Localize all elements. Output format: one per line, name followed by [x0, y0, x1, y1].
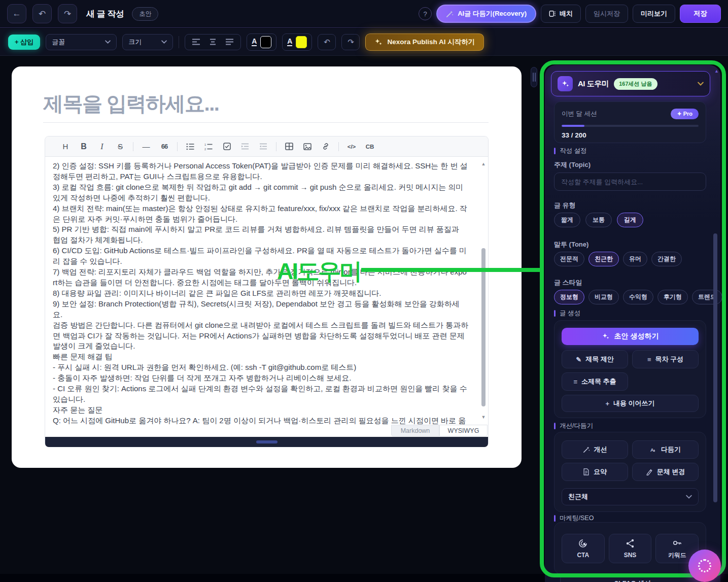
strikethrough-icon[interactable]: S: [111, 140, 129, 153]
faq-section-button[interactable]: ?! FAQ 섹션: [560, 574, 705, 582]
redo-icon: ↷: [64, 9, 71, 19]
post-title-input[interactable]: 제목을 입력하세요...: [43, 90, 219, 118]
pen-icon: [646, 468, 653, 475]
temp-save-button[interactable]: 임시저장: [585, 5, 628, 23]
sparkles-icon: [602, 332, 610, 340]
generate-draft-button[interactable]: 초안 생성하기: [562, 328, 699, 345]
svg-text:2: 2: [204, 147, 206, 150]
markdown-mode-button[interactable]: Markdown: [391, 425, 439, 436]
floating-action-button[interactable]: [688, 550, 721, 582]
highlight-color-swatch: [296, 36, 307, 48]
redo-button[interactable]: ↷: [58, 4, 77, 23]
checkbox-icon[interactable]: [218, 140, 236, 153]
session-progress-fill: [562, 125, 584, 127]
length-option-long[interactable]: 길게: [617, 213, 643, 227]
code-icon[interactable]: </>: [342, 140, 361, 153]
length-option-normal[interactable]: 보통: [585, 213, 612, 227]
generate-draft-label: 초안 생성하기: [614, 332, 659, 341]
ai-refine-label: AI글 다듬기(Recovery): [458, 9, 527, 18]
wysiwyg-mode-button[interactable]: WYSIWYG: [439, 425, 488, 436]
horizontal-rule-icon[interactable]: —: [137, 140, 155, 153]
length-option-short[interactable]: 짧게: [554, 213, 580, 227]
panel-drag-handle[interactable]: [531, 67, 537, 87]
scroll-up-icon[interactable]: ▲: [480, 159, 487, 169]
title-divider: [43, 122, 489, 123]
align-left-icon[interactable]: [192, 39, 200, 45]
table-icon[interactable]: [280, 140, 298, 153]
style-option-comparison[interactable]: 비교형: [588, 290, 619, 304]
tone-option-humor[interactable]: 유머: [623, 252, 647, 266]
text-color-picker[interactable]: A: [247, 33, 276, 51]
tone-option-concise[interactable]: 간결한: [651, 252, 682, 266]
save-button[interactable]: 저장: [680, 5, 721, 23]
editor-scrollbar[interactable]: ▲ ▼: [479, 158, 488, 424]
bullet-list-icon[interactable]: [181, 140, 199, 153]
editor-paragraph: 9) 보안 설정: Branch Protection(병합 규칙), Secr…: [53, 299, 469, 320]
help-button[interactable]: ?: [419, 7, 432, 20]
toc-button[interactable]: ≡ 목차 구성: [632, 350, 699, 368]
italic-icon[interactable]: I: [93, 140, 111, 153]
redo-format-button[interactable]: ↷: [341, 34, 360, 50]
refine-button[interactable]: A 다듬기: [632, 440, 699, 459]
editor-paragraph: 2) 인증 설정: SSH 키를 등록하거나 Personal Access T…: [53, 161, 469, 182]
toolbar-separator: [133, 142, 133, 151]
undo-button[interactable]: ↶: [32, 4, 52, 23]
ai-refine-button[interactable]: AI글 다듬기(Recovery): [436, 5, 536, 23]
bold-icon[interactable]: B: [75, 140, 93, 153]
section-marketing-seo: 마케팅/SEO: [554, 514, 594, 523]
preview-button[interactable]: 미리보기: [633, 5, 675, 23]
blockquote-icon[interactable]: 66: [155, 140, 174, 153]
resize-grip[interactable]: [256, 440, 278, 443]
scroll-down-icon[interactable]: ▼: [480, 412, 487, 423]
panel-scroll-up-icon[interactable]: ▲: [714, 69, 719, 74]
editor-content[interactable]: 2) 인증 설정: SSH 키를 등록하거나 Personal Access T…: [45, 157, 488, 425]
heading-icon[interactable]: H: [56, 140, 75, 153]
undo-icon: ↶: [39, 9, 46, 19]
style-option-review[interactable]: 후기형: [657, 290, 688, 304]
nexora-publish-button[interactable]: Nexora Publish AI 시작하기: [365, 33, 484, 51]
tone-style-select[interactable]: 친근체: [562, 488, 699, 505]
editor-paragraph: 7) 백업 전략: 리포지토리 자체가 클라우드 백업 역할을 하지만, 추가로…: [53, 267, 469, 288]
ai-panel-header[interactable]: AI 도우미 167세션 남음: [551, 71, 710, 96]
outdent-icon[interactable]: [254, 140, 272, 153]
numbered-list-icon[interactable]: 12: [199, 140, 218, 153]
style-option-trend[interactable]: 트렌드: [692, 290, 722, 304]
style-option-informative[interactable]: 정보형: [554, 290, 584, 304]
align-center-icon[interactable]: [209, 39, 217, 45]
magic-wand-icon: [446, 10, 454, 18]
improve-button[interactable]: 개선: [562, 440, 628, 459]
sns-share-button[interactable]: SNS: [609, 534, 652, 563]
subheading-extract-button[interactable]: = 소제목 추출: [562, 372, 628, 391]
length-label: 글 유형: [554, 201, 576, 210]
style-change-button[interactable]: 문체 변경: [632, 463, 699, 481]
insert-button[interactable]: + 삽입: [8, 35, 40, 50]
align-justify-icon[interactable]: [225, 39, 234, 45]
codeblock-icon[interactable]: CB: [361, 140, 379, 153]
image-icon[interactable]: [298, 140, 317, 153]
link-icon[interactable]: [317, 140, 335, 153]
editor-mode-row: Markdown WYSIWYG: [45, 425, 488, 437]
topic-input[interactable]: [554, 173, 706, 191]
tone-option-friendly[interactable]: 친근한: [588, 252, 619, 266]
scrollbar-thumb[interactable]: [481, 248, 486, 406]
tone-option-professional[interactable]: 전문적: [554, 252, 584, 266]
summarize-button[interactable]: 요약: [562, 463, 628, 481]
panel-scrollbar-thumb[interactable]: [713, 233, 717, 502]
font-select[interactable]: 글꼴: [46, 34, 117, 50]
editor-card: 제목을 입력하세요... H B I S — 66 12 </> CB 2) 인: [12, 66, 522, 468]
title-suggest-button[interactable]: ✎ 제목 제안: [562, 350, 628, 368]
undo-format-button[interactable]: ↶: [318, 34, 336, 50]
continue-writing-button[interactable]: + 내용 이어쓰기: [562, 395, 699, 412]
highlight-color-picker[interactable]: A: [282, 33, 312, 51]
toolbar-separator: [276, 142, 276, 151]
size-select[interactable]: 크기: [122, 34, 173, 50]
cta-button[interactable]: CTA: [562, 534, 605, 563]
indent-icon[interactable]: [236, 140, 254, 153]
pro-badge[interactable]: ✦ Pro: [671, 109, 699, 119]
editor-paragraph: 빠른 문제 해결 팁: [53, 352, 469, 362]
deploy-button[interactable]: 배치: [541, 5, 581, 23]
editor-paragraph: 자주 묻는 질문: [53, 405, 469, 416]
help-icon: ?: [424, 10, 427, 18]
back-button[interactable]: ←: [7, 4, 26, 23]
style-option-revenue[interactable]: 수익형: [623, 290, 653, 304]
